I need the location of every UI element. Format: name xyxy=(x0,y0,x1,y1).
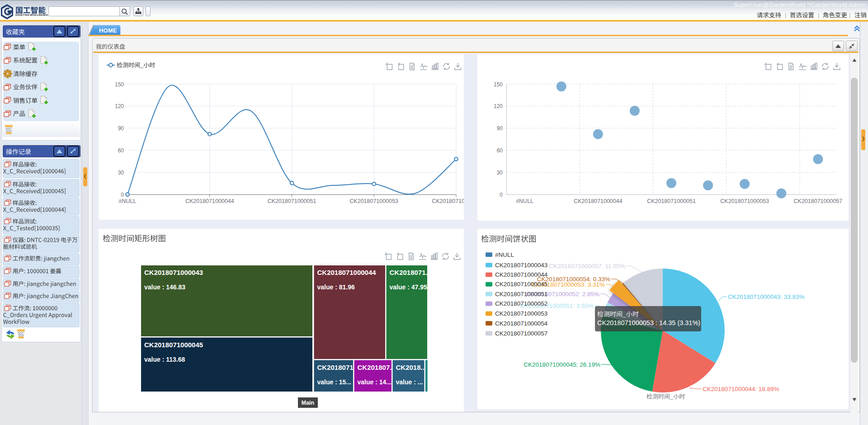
svg-text:CK2018071000051: CK2018071000051 xyxy=(647,198,696,204)
svg-text:CK2018071000053: CK2018071000053 xyxy=(495,310,547,317)
svg-text:CK2018071000043: CK2018071000043 xyxy=(495,262,547,269)
svg-text:CK2018071000054: 0.33%: CK2018071000054: 0.33% xyxy=(537,276,610,283)
svg-text:90: 90 xyxy=(118,125,124,132)
svg-text:value : 113.68: value : 113.68 xyxy=(144,356,185,363)
svg-text:CK2018071000053: CK2018071000053 xyxy=(349,198,398,204)
svg-text:90: 90 xyxy=(497,125,503,132)
svg-text:30: 30 xyxy=(118,170,124,176)
svg-text:120: 120 xyxy=(494,103,503,109)
svg-text:CK2018071...: CK2018071... xyxy=(390,269,432,276)
svg-text:0: 0 xyxy=(121,192,124,198)
svg-text:CK2018071000053: CK2018071000053 xyxy=(720,198,769,204)
svg-text:CK2018071000043: CK2018071000043 xyxy=(144,269,203,276)
svg-text:30: 30 xyxy=(497,170,503,176)
svg-text:60: 60 xyxy=(118,147,124,154)
svg-text:value : 146.83: value : 146.83 xyxy=(144,283,185,291)
svg-text:CK2018071.: CK2018071. xyxy=(317,364,355,371)
svg-text:CK2018071000051: CK2018071000051 xyxy=(495,291,547,298)
svg-text:CK2018071000057: CK2018071000057 xyxy=(794,198,843,204)
svg-text:150: 150 xyxy=(494,81,503,88)
svg-text:150: 150 xyxy=(115,81,124,88)
svg-text:Main: Main xyxy=(302,400,314,406)
svg-text:CK2018071000054: CK2018071000054 xyxy=(495,320,548,327)
svg-text:#NULL: #NULL xyxy=(516,198,533,204)
svg-text:60: 60 xyxy=(497,147,503,154)
svg-text:120: 120 xyxy=(115,103,124,109)
svg-text:value : 47.95: value : 47.95 xyxy=(390,283,427,291)
svg-text:CK2018071000044: CK2018071000044 xyxy=(185,198,234,204)
svg-text:CK2018071000044: CK2018071000044 xyxy=(495,271,548,278)
svg-text:value : 14...: value : 14... xyxy=(358,378,392,386)
svg-text:CK2018071000052: CK2018071000052 xyxy=(495,300,547,307)
svg-text:CK2018071000057: 11.05%: CK2018071000057: 11.05% xyxy=(549,263,625,269)
svg-text:value : ...: value : ... xyxy=(396,378,423,386)
svg-text:CK2018071000051: CK2018071000051 xyxy=(268,198,316,204)
svg-text:CK2018071000045: CK2018071000045 xyxy=(495,281,547,288)
svg-text:value : 81.96: value : 81.96 xyxy=(317,283,355,291)
svg-text:CK2018...: CK2018... xyxy=(396,364,427,371)
svg-text:CK2018071000045: CK2018071000045 xyxy=(144,341,203,349)
svg-text:CK2018071000045: 26.19%: CK2018071000045: 26.19% xyxy=(524,361,600,368)
svg-text:#NULL: #NULL xyxy=(119,198,137,204)
svg-text:#NULL: #NULL xyxy=(495,251,514,258)
svg-text:CK2018071000057: CK2018071000057 xyxy=(432,198,464,204)
svg-text:CK2018071000057: CK2018071000057 xyxy=(495,330,547,337)
svg-text:CK201807..: CK201807.. xyxy=(358,364,394,371)
svg-text:0: 0 xyxy=(500,192,503,198)
svg-text:CK2018071000044: CK2018071000044 xyxy=(574,198,623,204)
svg-text:CK2018071000044: 18.89%: CK2018071000044: 18.89% xyxy=(703,386,779,392)
svg-text:CK2018071000043: 33.83%: CK2018071000043: 33.83% xyxy=(728,293,805,300)
svg-text:CK2018071000044: CK2018071000044 xyxy=(317,269,377,276)
svg-text:value : 15...: value : 15... xyxy=(317,378,351,386)
